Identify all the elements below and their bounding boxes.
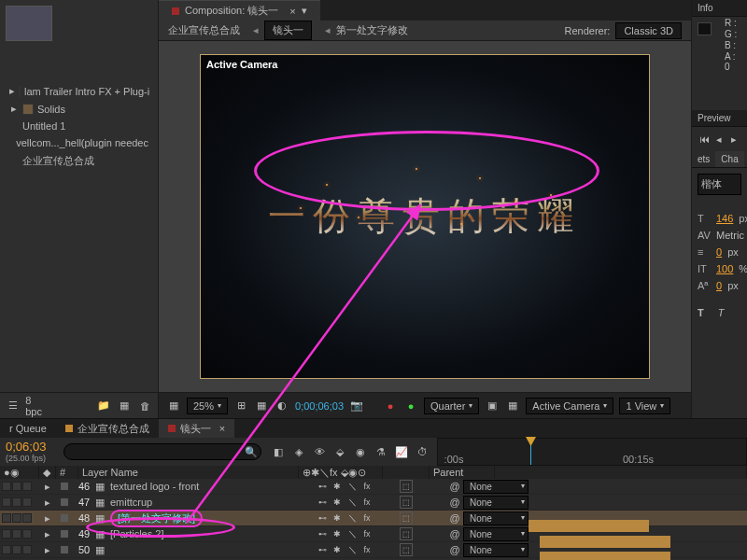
roi-icon[interactable]: ▣ (485, 399, 500, 413)
tab-close-icon[interactable]: × (219, 423, 225, 434)
parent-pickwhip-icon[interactable]: @ (449, 512, 459, 524)
parent-pickwhip-icon[interactable]: @ (449, 481, 459, 492)
disclosure-icon[interactable]: ▸ (45, 528, 50, 540)
video-toggle[interactable] (2, 513, 11, 523)
hide-shy-icon[interactable]: 👁 (312, 444, 327, 459)
layer-duration-bar[interactable] (529, 520, 649, 532)
green-channel-icon[interactable]: ● (403, 399, 418, 413)
timeline-timecode[interactable]: 0;06;03 (6, 440, 52, 454)
disclosure-icon[interactable]: ▸ (9, 103, 19, 115)
shy-switch[interactable]: ⊷ (316, 512, 329, 524)
trash-icon[interactable]: 🗑 (137, 399, 152, 413)
new-comp-icon[interactable]: ▦ (117, 399, 132, 413)
timeline-tab[interactable]: 企业宣传总合成 (56, 419, 159, 438)
solo-toggle[interactable] (22, 529, 32, 539)
always-preview-icon[interactable]: ▦ (166, 399, 181, 413)
timeline-tab[interactable]: 镜头一× (159, 419, 234, 438)
video-toggle[interactable] (2, 482, 11, 491)
preview-panel-header[interactable]: Preview (692, 110, 747, 127)
label-color[interactable] (61, 498, 68, 506)
grid-icon[interactable]: ▦ (254, 399, 269, 413)
interpret-footage-icon[interactable]: ☰ (6, 399, 21, 413)
italic-icon[interactable]: T (718, 307, 725, 318)
disclosure-icon[interactable]: ▸ (45, 481, 50, 493)
project-item[interactable]: Untitled 1 (4, 118, 154, 134)
layer-name[interactable]: [Particles 2] (110, 528, 316, 539)
tracking-value[interactable]: 0 (716, 246, 722, 258)
fx-switch[interactable]: fx (360, 481, 374, 492)
disclosure-icon[interactable]: ▸ (45, 512, 50, 525)
bold-icon[interactable]: T (698, 307, 704, 318)
timeline-tab[interactable]: r Queue (0, 419, 56, 438)
layer-duration-bar[interactable] (540, 536, 670, 548)
disclosure-icon[interactable]: ▸ (45, 544, 50, 556)
3d-switch[interactable]: ⬚ (400, 527, 413, 540)
timeline-ruler[interactable]: :00s 00:15s (437, 438, 747, 466)
new-folder-icon[interactable]: 📁 (96, 399, 111, 413)
shy-switch[interactable]: ⊷ (316, 481, 329, 492)
quality-switch[interactable]: ＼ (345, 481, 359, 492)
quality-switch[interactable]: ＼ (345, 512, 359, 524)
font-size-value[interactable]: 146 (716, 213, 733, 224)
collapse-switch[interactable]: ✱ (331, 497, 344, 508)
project-list[interactable]: ▸lam Trailer Intro FX + Plug-i▸SolidsUnt… (0, 82, 158, 392)
layer-name[interactable]: textured logo - front (110, 481, 316, 492)
quality-switch[interactable]: ＼ (345, 544, 359, 555)
bpc-button[interactable]: 8 bpc (26, 399, 41, 413)
layer-name[interactable]: emittcrup (110, 497, 316, 508)
layer-search-input[interactable] (63, 443, 261, 460)
font-family-dropdown[interactable]: 楷体 (698, 174, 741, 195)
baseline-value[interactable]: 0 (716, 280, 722, 291)
project-item[interactable]: 企业宣传总合成 (4, 151, 154, 171)
vscale-value[interactable]: 100 (716, 263, 733, 274)
layer-row[interactable]: ▸ 47 ▦ emittcrup ⊷✱＼fx ⬚ @ None (0, 495, 747, 511)
shy-switch[interactable]: ⊷ (316, 528, 329, 539)
composition-tab[interactable]: Composition: 镜头一 × ▾ (159, 0, 320, 21)
breadcrumb-root[interactable]: 企业宣传总合成 (168, 23, 240, 37)
breadcrumb-current[interactable]: 镜头一 (264, 21, 312, 40)
layer-list[interactable]: ▸ 46 ▦ textured logo - front ⊷✱＼fx ⬚ @ N… (0, 479, 747, 560)
comp-mini-flowchart-icon[interactable]: ◧ (271, 444, 286, 459)
quality-switch[interactable]: ＼ (345, 528, 359, 539)
renderer-button[interactable]: Classic 3D (615, 22, 682, 39)
fx-switch[interactable]: fx (360, 497, 374, 508)
red-channel-icon[interactable]: ● (383, 399, 398, 413)
shy-switch[interactable]: ⊷ (316, 497, 329, 508)
camera-dropdown[interactable]: Active Camera (526, 398, 613, 414)
collapse-switch[interactable]: ✱ (331, 512, 344, 524)
breadcrumb-leaf[interactable]: 第一处文字修改 (336, 23, 408, 37)
project-item[interactable]: ▸lam Trailer Intro FX + Plug-i (4, 82, 154, 100)
parent-pickwhip-icon[interactable]: @ (449, 544, 459, 555)
motion-blur-icon[interactable]: ◉ (353, 444, 368, 459)
frame-blend-icon[interactable]: ⬙ (332, 444, 347, 459)
label-color[interactable] (61, 483, 68, 490)
zoom-dropdown[interactable]: 25% (187, 398, 228, 414)
fx-switch[interactable]: fx (360, 528, 374, 539)
audio-toggle[interactable] (12, 529, 21, 539)
layer-duration-bar[interactable] (540, 552, 670, 560)
tab-close-icon[interactable]: × (289, 6, 295, 17)
collapse-switch[interactable]: ✱ (331, 544, 344, 555)
quality-dropdown[interactable]: Quarter (424, 398, 479, 414)
solo-toggle[interactable] (22, 545, 32, 554)
parent-dropdown[interactable]: None (463, 527, 529, 541)
fx-switch[interactable]: fx (360, 512, 374, 524)
tab-presets[interactable]: ets (692, 151, 715, 167)
disclosure-icon[interactable]: ▸ (9, 85, 15, 97)
3d-switch[interactable]: ⬚ (400, 511, 413, 525)
video-toggle[interactable] (2, 545, 11, 554)
label-color[interactable] (61, 530, 68, 538)
3d-switch[interactable]: ⬚ (400, 543, 413, 556)
quality-switch[interactable]: ＼ (345, 497, 359, 508)
project-item[interactable]: ▸Solids (4, 100, 154, 118)
viewer-timecode[interactable]: 0;00;06;03 (295, 400, 344, 412)
collapse-switch[interactable]: ✱ (331, 481, 344, 492)
parent-dropdown[interactable]: None (463, 496, 529, 510)
video-toggle[interactable] (2, 529, 11, 539)
snapshot-icon[interactable]: 📷 (349, 399, 364, 413)
tab-menu-icon[interactable]: ▾ (302, 5, 307, 17)
parent-pickwhip-icon[interactable]: @ (449, 528, 459, 539)
prev-frame-icon[interactable]: ◂ (712, 133, 726, 146)
solo-toggle[interactable] (22, 482, 32, 491)
shy-switch[interactable]: ⊷ (316, 544, 329, 555)
